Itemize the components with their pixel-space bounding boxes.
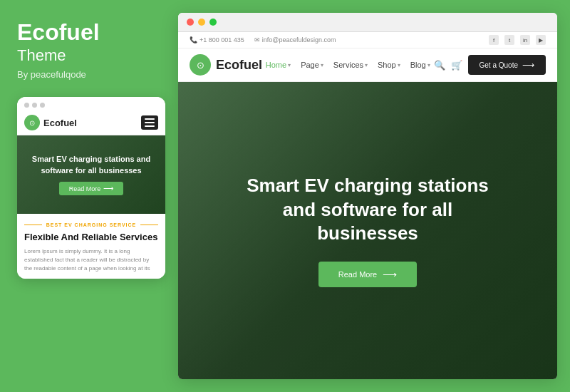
nav-services-chevron: ▾ bbox=[365, 62, 368, 68]
mobile-logo: ⊙ Ecofuel bbox=[24, 115, 77, 130]
email-address: info@peacefuldesign.com bbox=[262, 36, 336, 43]
hamburger-line-2 bbox=[145, 122, 155, 123]
browser-maximize-dot bbox=[209, 19, 217, 26]
theme-subtitle: Theme bbox=[17, 46, 154, 65]
nav-page-chevron: ▾ bbox=[321, 62, 323, 68]
mobile-menu-button[interactable] bbox=[141, 115, 158, 130]
hero-title: Smart EV charging stations and software … bbox=[232, 174, 503, 246]
theme-title: Ecofuel bbox=[17, 20, 154, 45]
site-hero: Smart EV charging stations and software … bbox=[178, 82, 557, 379]
mobile-arrow-icon: ⟶ bbox=[103, 185, 113, 192]
nav-blog-label: Blog bbox=[410, 61, 426, 69]
nav-home-label: Home bbox=[266, 61, 286, 69]
nav-shop[interactable]: Shop ▾ bbox=[378, 61, 400, 69]
mobile-label-row: BEST EV CHARGING SERVICE bbox=[24, 222, 158, 227]
email-icon: ✉ bbox=[254, 36, 260, 43]
mobile-section-title: Flexible And Reliable Services bbox=[24, 232, 158, 244]
site-logo: ⊙ Ecofuel bbox=[190, 54, 262, 76]
mobile-read-more-label: Read More bbox=[69, 185, 101, 192]
nav-home[interactable]: Home ▾ bbox=[266, 61, 291, 69]
site-info-bar: 📞 +1 800 001 435 ✉ info@peacefuldesign.c… bbox=[178, 32, 557, 48]
nav-home-chevron: ▾ bbox=[288, 62, 291, 68]
mobile-hero: Smart EV charging stations and software … bbox=[17, 135, 165, 214]
nav-blog-chevron: ▾ bbox=[428, 62, 430, 68]
mobile-logo-icon: ⊙ bbox=[24, 115, 40, 130]
hamburger-line-1 bbox=[145, 118, 155, 120]
mobile-nav: ⊙ Ecofuel bbox=[17, 110, 165, 135]
nav-blog[interactable]: Blog ▾ bbox=[410, 61, 430, 69]
browser-chrome bbox=[178, 13, 557, 32]
mobile-dot-2 bbox=[32, 103, 37, 108]
nav-action-icons: 🔍 🛒 Get a Quote ⟶ bbox=[434, 55, 546, 75]
phone-icon: 📞 bbox=[190, 36, 197, 43]
site-logo-icon: ⊙ bbox=[190, 54, 211, 76]
search-button[interactable]: 🔍 bbox=[434, 60, 445, 71]
phone-number: +1 800 001 435 bbox=[200, 36, 244, 43]
browser-close-dot bbox=[187, 19, 194, 26]
youtube-icon[interactable]: ▶ bbox=[536, 35, 546, 45]
site-logo-text: Ecofuel bbox=[216, 58, 262, 73]
cart-button[interactable]: 🛒 bbox=[451, 60, 462, 71]
mobile-service-label: BEST EV CHARGING SERVICE bbox=[46, 222, 137, 227]
nav-shop-label: Shop bbox=[378, 61, 396, 69]
quote-btn-arrow-icon: ⟶ bbox=[522, 60, 534, 70]
mobile-label-line-right bbox=[140, 225, 158, 225]
mobile-section-body: Lorem Ipsum is simply dummy. It is a lon… bbox=[24, 247, 158, 273]
browser-minimize-dot bbox=[198, 19, 205, 26]
mobile-top-bar bbox=[17, 97, 165, 110]
browser-window: 📞 +1 800 001 435 ✉ info@peacefuldesign.c… bbox=[178, 13, 557, 379]
nav-page-label: Page bbox=[301, 61, 319, 69]
theme-author: By peacefulqode bbox=[17, 69, 154, 80]
nav-shop-chevron: ▾ bbox=[398, 62, 400, 68]
nav-services[interactable]: Services ▾ bbox=[333, 61, 368, 69]
mobile-label-line-left bbox=[24, 225, 42, 225]
hero-read-more-label: Read More bbox=[338, 270, 377, 279]
instagram-icon[interactable]: in bbox=[520, 35, 530, 45]
right-panel: 📞 +1 800 001 435 ✉ info@peacefuldesign.c… bbox=[171, 0, 570, 392]
mobile-dot-3 bbox=[40, 103, 45, 108]
nav-services-label: Services bbox=[333, 61, 363, 69]
twitter-icon[interactable]: t bbox=[504, 35, 514, 45]
facebook-icon[interactable]: f bbox=[489, 35, 499, 45]
mobile-logo-text: Ecofuel bbox=[43, 118, 77, 128]
mobile-read-more-button[interactable]: Read More ⟶ bbox=[59, 182, 124, 195]
left-panel: Ecofuel Theme By peacefulqode ⊙ Ecofuel … bbox=[0, 0, 171, 392]
site-nav: Home ▾ Page ▾ Services ▾ Shop ▾ Blog ▾ bbox=[266, 61, 430, 69]
phone-info: 📞 +1 800 001 435 bbox=[190, 36, 244, 43]
hero-read-more-button[interactable]: Read More ⟶ bbox=[318, 262, 417, 287]
nav-page[interactable]: Page ▾ bbox=[301, 61, 323, 69]
quote-btn-label: Get a Quote bbox=[480, 61, 518, 69]
mobile-hero-title: Smart EV charging stations and software … bbox=[24, 154, 158, 176]
site-info-left: 📞 +1 800 001 435 ✉ info@peacefuldesign.c… bbox=[190, 36, 336, 43]
site-header: ⊙ Ecofuel Home ▾ Page ▾ Services ▾ Shop bbox=[178, 48, 557, 82]
email-info: ✉ info@peacefuldesign.com bbox=[254, 36, 336, 43]
hero-arrow-icon: ⟶ bbox=[383, 269, 397, 280]
social-icons: f t in ▶ bbox=[489, 35, 546, 45]
mobile-dot-1 bbox=[24, 103, 29, 108]
hamburger-line-3 bbox=[145, 125, 155, 127]
mobile-mockup: ⊙ Ecofuel Smart EV charging stations and… bbox=[17, 97, 165, 279]
mobile-content: BEST EV CHARGING SERVICE Flexible And Re… bbox=[17, 214, 165, 279]
get-quote-button[interactable]: Get a Quote ⟶ bbox=[468, 55, 546, 75]
